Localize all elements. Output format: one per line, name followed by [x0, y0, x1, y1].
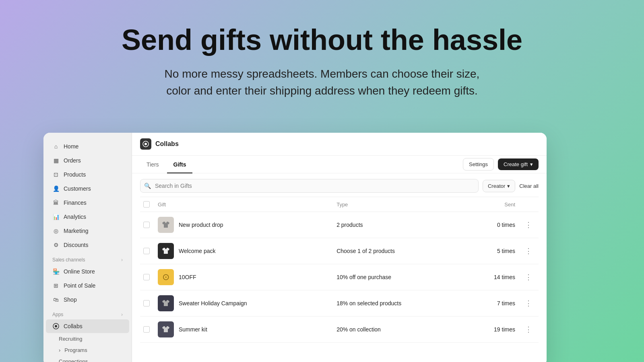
gift-type-cell: 20% on collection: [333, 317, 466, 343]
table-row: Sweater Holiday Campaign 18% on selected…: [140, 290, 539, 317]
collabs-icon: [52, 323, 60, 330]
sidebar-item-collabs[interactable]: Collabs: [46, 319, 129, 333]
app-window: ⌂ Home ▦ Orders ⊡ Products 👤 Customers 🏛…: [43, 133, 547, 362]
row-checkbox-cell: [140, 290, 155, 317]
tab-tiers[interactable]: Tiers: [140, 156, 165, 173]
app-name: Collabs: [155, 140, 179, 148]
gift-thumbnail: ⊙: [158, 269, 174, 285]
row-checkbox-4[interactable]: [143, 326, 150, 333]
row-checkbox-cell: [140, 317, 155, 343]
row-checkbox-2[interactable]: [143, 274, 150, 280]
sidebar-item-marketing[interactable]: ◎ Marketing: [46, 224, 129, 238]
row-checkbox-cell: [140, 264, 155, 290]
gift-name[interactable]: Welcome pack: [179, 248, 216, 254]
gifts-table: Gift Type Sent: [140, 197, 539, 343]
tab-gifts[interactable]: Gifts: [167, 156, 193, 173]
gift-type-cell: 2 products: [333, 212, 466, 238]
table-header-row: Gift Type Sent: [140, 197, 539, 212]
svg-point-3: [144, 143, 147, 145]
gift-thumbnail: [158, 243, 174, 259]
main-content: Collabs Tiers Gifts Settings Create gift…: [132, 133, 547, 362]
gift-more-button[interactable]: ⋮: [522, 245, 535, 257]
search-icon: 🔍: [144, 183, 151, 189]
gift-name-cell: ⊙ 10OFF: [155, 264, 333, 290]
gift-name-cell: Summer kit: [155, 317, 333, 343]
gift-type-cell: Choose 1 of 2 products: [333, 238, 466, 264]
gift-name[interactable]: 10OFF: [179, 274, 196, 280]
gift-more-button[interactable]: ⋮: [522, 323, 535, 335]
gift-actions-cell: ⋮: [518, 238, 539, 264]
row-checkbox-cell: [140, 212, 155, 238]
table-row: Welcome pack Choose 1 of 2 products 5 ti…: [140, 238, 539, 264]
sidebar-item-analytics[interactable]: 📊 Analytics: [46, 210, 129, 224]
create-gift-button[interactable]: Create gift ▾: [498, 158, 539, 170]
gift-name-cell: Welcome pack: [155, 238, 333, 264]
search-filter-bar: 🔍 Creator ▾ Clear all: [140, 173, 539, 197]
gift-thumbnail: [158, 217, 174, 233]
sidebar-sub-connections[interactable]: Connections: [46, 356, 129, 362]
app-logo: [140, 138, 151, 150]
table-row: New product drop 2 products 0 times ⋮: [140, 212, 539, 238]
gift-type-cell: 10% off one purchase: [333, 264, 466, 290]
sidebar-item-discounts[interactable]: ⚙ Discounts: [46, 238, 129, 252]
sidebar: ⌂ Home ▦ Orders ⊡ Products 👤 Customers 🏛…: [43, 133, 132, 362]
table-area: 🔍 Creator ▾ Clear all G: [132, 173, 547, 362]
row-checkbox-0[interactable]: [143, 222, 150, 228]
gift-more-button[interactable]: ⋮: [522, 219, 535, 231]
sidebar-item-online-store[interactable]: 🏪 Online Store: [46, 265, 129, 278]
settings-button[interactable]: Settings: [463, 158, 494, 171]
gift-actions-cell: ⋮: [518, 264, 539, 290]
chevron-down-icon: ▾: [530, 161, 533, 167]
sidebar-item-products[interactable]: ⊡ Products: [46, 168, 129, 181]
gift-actions-cell: ⋮: [518, 290, 539, 317]
shop-icon: 🛍: [52, 296, 60, 303]
search-input-wrap: 🔍: [140, 179, 479, 193]
marketing-icon: ◎: [52, 227, 60, 234]
pos-icon: ⊞: [52, 282, 60, 289]
tab-actions: Settings Create gift ▾: [463, 158, 539, 171]
type-column-header: Type: [333, 197, 466, 212]
select-all-checkbox[interactable]: [143, 201, 150, 208]
gift-column-header: Gift: [155, 197, 333, 212]
sidebar-item-finances[interactable]: 🏛 Finances: [46, 196, 129, 210]
gift-more-button[interactable]: ⋮: [522, 297, 535, 309]
discounts-icon: ⚙: [52, 241, 60, 249]
gift-name[interactable]: New product drop: [179, 222, 223, 228]
gift-sent-cell: 0 times: [466, 212, 518, 238]
gift-more-button[interactable]: ⋮: [522, 271, 535, 283]
sidebar-sub-recruiting[interactable]: Recruiting: [46, 333, 129, 344]
row-checkbox-1[interactable]: [143, 248, 150, 254]
gift-name-cell: Sweater Holiday Campaign: [155, 290, 333, 317]
gift-name[interactable]: Summer kit: [179, 326, 207, 333]
online-store-icon: 🏪: [52, 268, 60, 275]
sidebar-item-orders[interactable]: ▦ Orders: [46, 154, 129, 167]
home-icon: ⌂: [52, 143, 60, 150]
gift-name[interactable]: Sweater Holiday Campaign: [179, 300, 247, 306]
search-input[interactable]: [140, 179, 479, 193]
sidebar-item-home[interactable]: ⌂ Home: [46, 140, 129, 153]
sidebar-item-customers[interactable]: 👤 Customers: [46, 182, 129, 195]
gift-thumbnail: [158, 321, 174, 337]
row-checkbox-3[interactable]: [143, 300, 150, 306]
sales-channels-section: Sales channels ›: [43, 252, 132, 264]
gift-thumbnail: [158, 295, 174, 311]
hero-section: Send gifts without the hassle No more me…: [0, 0, 644, 115]
clear-all-button[interactable]: Clear all: [519, 183, 539, 189]
gift-sent-cell: 7 times: [466, 290, 518, 317]
gift-name-cell: New product drop: [155, 212, 333, 238]
creator-filter-button[interactable]: Creator ▾: [483, 180, 515, 192]
sales-channels-chevron[interactable]: ›: [121, 257, 123, 263]
tabs-bar: Tiers Gifts Settings Create gift ▾: [132, 156, 547, 173]
products-icon: ⊡: [52, 171, 60, 178]
actions-column-header: [518, 197, 539, 212]
select-all-header: [140, 197, 155, 212]
apps-chevron[interactable]: ›: [121, 312, 123, 317]
analytics-icon: 📊: [52, 213, 60, 220]
svg-point-1: [55, 325, 57, 327]
sidebar-item-shop[interactable]: 🛍 Shop: [46, 293, 129, 306]
gift-sent-cell: 5 times: [466, 238, 518, 264]
row-checkbox-cell: [140, 238, 155, 264]
sidebar-sub-programs[interactable]: › Programs: [46, 345, 129, 356]
hero-title: Send gifts without the hassle: [8, 24, 636, 56]
sidebar-item-pos[interactable]: ⊞ Point of Sale: [46, 279, 129, 292]
